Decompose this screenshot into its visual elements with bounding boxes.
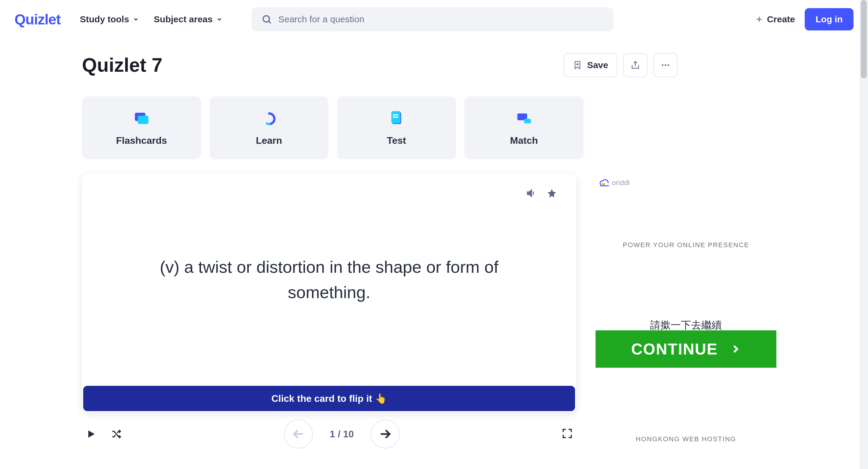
flip-hint[interactable]: Click the card to flip it 👆 (83, 386, 575, 411)
card-top-icons (526, 188, 557, 198)
arrow-left-icon (292, 428, 305, 441)
star-icon[interactable] (547, 188, 557, 198)
svg-point-7 (662, 64, 663, 66)
nav-right: Create Log in (755, 8, 854, 30)
ad-headline: POWER YOUR ONLINE PRESENCE (595, 241, 776, 249)
ad-box[interactable]: oriddl POWER YOUR ONLINE PRESENCE 請撳一下去繼… (595, 174, 776, 463)
bookmark-icon (572, 60, 582, 70)
save-button[interactable]: Save (564, 53, 617, 77)
plus-icon (755, 15, 764, 24)
match-icon (515, 110, 533, 128)
chevron-right-icon (730, 344, 741, 354)
play-icon[interactable] (86, 429, 96, 439)
flashcard[interactable]: (v) a twist or distortion in the shape o… (82, 174, 576, 412)
nav-menus: Study tools Subject areas (80, 14, 223, 24)
mode-flashcards[interactable]: Flashcards (82, 96, 201, 159)
create-button[interactable]: Create (755, 14, 795, 24)
ad-column: oriddl POWER YOUR ONLINE PRESENCE 請撳一下去繼… (595, 174, 776, 463)
search-icon (261, 14, 272, 25)
nav-subject-areas-label: Subject areas (154, 14, 213, 24)
search-bar[interactable] (252, 7, 613, 31)
share-button[interactable] (623, 53, 647, 77)
ad-footer: HONGKONG WEB HOSTING (595, 435, 776, 443)
quizlet-logo[interactable]: Quizlet (14, 11, 61, 28)
svg-point-8 (664, 64, 666, 66)
svg-line-1 (269, 22, 271, 24)
next-card-button[interactable] (371, 419, 400, 448)
cloud-icon (598, 177, 609, 188)
ellipsis-icon (661, 60, 670, 70)
create-label: Create (767, 14, 795, 24)
ad-cta-label: CONTINUE (631, 340, 718, 358)
mode-match[interactable]: Match (464, 96, 584, 159)
chevron-down-icon (133, 16, 139, 23)
ad-brand-logo: oriddl (598, 177, 629, 188)
scrollbar-thumb[interactable] (861, 0, 867, 79)
arrow-right-icon (378, 428, 392, 441)
mode-learn-label: Learn (256, 135, 282, 146)
controls-right (562, 428, 572, 440)
chevron-down-icon (216, 16, 223, 23)
svg-point-12 (264, 113, 274, 124)
mode-flashcards-label: Flashcards (116, 135, 167, 146)
ad-brand-label: oriddl (612, 179, 629, 187)
shuffle-icon[interactable] (111, 429, 122, 439)
test-icon (388, 110, 406, 128)
title-actions: Save (564, 53, 678, 77)
svg-rect-11 (138, 116, 148, 124)
fullscreen-icon[interactable] (562, 428, 572, 439)
controls-center: 1 / 10 (122, 419, 562, 448)
svg-rect-17 (393, 116, 398, 118)
mode-test-label: Test (387, 135, 406, 146)
login-button[interactable]: Log in (805, 8, 854, 30)
mode-test[interactable]: Test (337, 96, 456, 159)
svg-point-0 (263, 16, 270, 22)
card-text: (v) a twist or distortion in the shape o… (118, 254, 540, 305)
mode-learn[interactable]: Learn (210, 96, 329, 159)
card-area: (v) a twist or distortion in the shape o… (82, 174, 786, 463)
svg-rect-16 (393, 114, 398, 116)
audio-icon[interactable] (526, 188, 536, 198)
more-button[interactable] (653, 53, 678, 77)
study-modes: Flashcards Learn Test Match (82, 96, 786, 159)
card-counter: 1 / 10 (330, 429, 354, 440)
svg-point-9 (668, 64, 669, 66)
nav-subject-areas[interactable]: Subject areas (154, 14, 223, 24)
page-title: Quizlet 7 (82, 54, 162, 76)
search-input[interactable] (278, 14, 604, 24)
main: Quizlet 7 Save Flashcards Learn Test (0, 53, 868, 463)
scrollbar-track[interactable] (860, 0, 868, 469)
flashcards-icon (133, 110, 151, 128)
prev-card-button[interactable] (284, 419, 313, 448)
share-icon (630, 60, 640, 70)
learn-icon (260, 110, 278, 128)
nav-study-tools-label: Study tools (80, 14, 129, 24)
top-nav: Quizlet Study tools Subject areas Create… (0, 0, 868, 39)
save-label: Save (587, 60, 608, 70)
title-row: Quizlet 7 Save (82, 53, 786, 77)
card-controls: 1 / 10 (82, 419, 576, 448)
nav-study-tools[interactable]: Study tools (80, 14, 139, 24)
svg-rect-19 (524, 119, 531, 123)
card-text-wrap: (v) a twist or distortion in the shape o… (82, 174, 576, 386)
ad-continue-button[interactable]: CONTINUE (595, 330, 776, 368)
controls-left (86, 429, 122, 439)
mode-match-label: Match (510, 135, 538, 146)
